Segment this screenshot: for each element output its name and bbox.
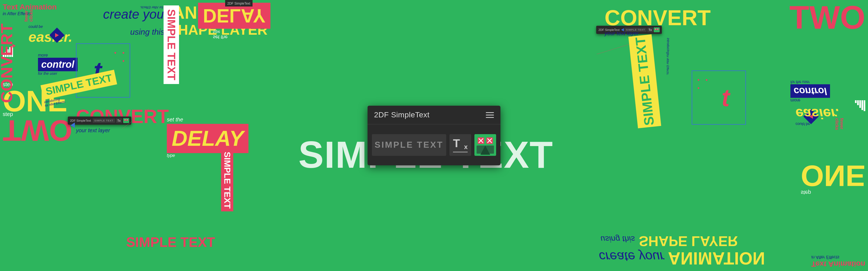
simple-text-yellow-right-label: SIMPLE TEXT [632,36,657,126]
convert-vertical-left-text: CONVERT [0,24,16,103]
introducing-right-text: introducing [666,38,670,54]
type-bottom-text: type [167,153,248,158]
text-display-area: SIMPLE TEXT [372,134,446,156]
character-svg [475,135,495,155]
easier-text: easier. [29,29,72,45]
more-text: more [38,53,78,58]
step-one-right: step ONE [801,163,865,196]
one-right-text: ONE [801,163,865,190]
create-your-right-text: create your [599,249,664,264]
step-two-left: step TWO [3,111,72,144]
text-animation-right-bottom: Text Animation in After Effects [811,255,865,268]
blue-rect-right [692,70,746,125]
fewer-right-text: fewer [839,118,844,130]
tx-button[interactable]: T x [450,134,471,156]
your-text-layer-left: your text layer [76,127,169,134]
could-be-right-text: could be [796,122,839,126]
mini-panel-left-title: 2DF SimpleText [70,119,91,122]
set-the-top-text: set the [213,34,227,40]
t-letter-right: t [721,84,730,112]
control-right-text: control [790,84,830,98]
convert-right-top-text: CONVERT [604,5,711,30]
simple-text-vertical-left: SIMPLE TEXT for After Effects. [140,5,179,84]
delay-top-label: DELAY [203,5,266,27]
simple-text-bottom: SIMPLE TEXT [126,234,215,250]
fewer-clicks-section: fewer clicks [24,10,34,22]
main-scene: Text Animation in After Effects create y… [0,0,868,271]
clicks-right-text: clicks [834,118,839,130]
in-after-effects-right-text: in After Effects [811,255,865,260]
mini-text-box-left: SIMPLE TEXT [93,118,115,123]
using-this-right-text: using this [600,235,635,244]
panel-title: 2DF SimpleText [374,110,430,119]
convert-right-top: CONVERT your text layer [604,5,711,37]
mini-arrow-left [70,123,75,128]
set-the-bottom-text: set the [167,116,248,123]
simple-text-vertical-right-center: SIMPLE TEXT [221,149,233,211]
two-text-left: TWO [3,117,72,144]
tx-mini-left[interactable]: Tx [116,118,122,123]
bar-chart-right [855,100,865,111]
convert-vertical-left: CONVERT [0,24,16,103]
introducing-right: introducing for After Effects. [666,38,670,75]
app-label-top: 2DF SimpleText [225,0,252,6]
two-right-top: TWO [789,3,865,32]
simple-text-vert-left-label: SIMPLE TEXT [165,9,177,80]
app-label-top-text: 2DF SimpleText [227,2,250,5]
could-be-text: could be [29,24,72,29]
for-the-user-text: for the user [38,71,78,76]
fewer-text: fewer [24,10,29,22]
panel-header: 2DF SimpleText [368,106,500,124]
could-be-right: could be easier. [796,106,839,126]
shape-layer-right-bottom: using this SHAPE LAYER [600,233,738,249]
control-text: control [38,58,78,71]
set-the-bottom: set the DELAY type [167,116,248,158]
mini-panel-left[interactable]: 2DF SimpleText SIMPLE TEXT Tx [68,116,131,125]
panel-body: SIMPLE TEXT T x [368,124,500,165]
main-panel: 2DF SimpleText SIMPLE TEXT T x [368,106,500,165]
hamburger-menu[interactable] [486,112,494,118]
two-right-top-text: TWO [789,3,865,32]
text-animation-right-text: Text Animation [811,260,865,268]
your-text-layer-right: your text layer [604,30,711,37]
set-the-top: set the type [213,30,227,40]
simple-text-vert-right-center-label: SIMPLE TEXT [222,152,232,209]
simple-text-yellow-right: SIMPLE TEXT [633,35,656,129]
fewer-clicks-right: fewer clicks [834,118,844,130]
char-mini-left[interactable] [123,118,129,123]
character-button[interactable] [474,134,496,156]
diamond-left [52,30,62,41]
control-right-section: more control for the user [790,80,830,103]
for-the-user-right-text: for the user [790,80,830,84]
shape-layer-right-text: SHAPE LAYER [639,233,738,249]
animation-right-text: ANIMATION [668,248,765,268]
for-after-effects-vert: for After Effects. [140,5,163,9]
type-top-text: type [213,30,227,34]
more-right-text: more [790,98,830,103]
for-after-effects-right-text: for After Effects. [666,54,670,75]
simple-text-bottom-label: SIMPLE TEXT [126,234,215,250]
delay-top: DELAY [198,3,271,29]
create-your-right-bottom: create your ANIMATION [599,248,765,268]
panel-simple-text: SIMPLE TEXT [375,140,443,150]
delay-bottom-label: DELAY [172,126,244,151]
easier-right-text: easier. [796,106,839,122]
clicks-text: clicks [29,10,34,22]
control-section: more control for the user [38,53,78,76]
